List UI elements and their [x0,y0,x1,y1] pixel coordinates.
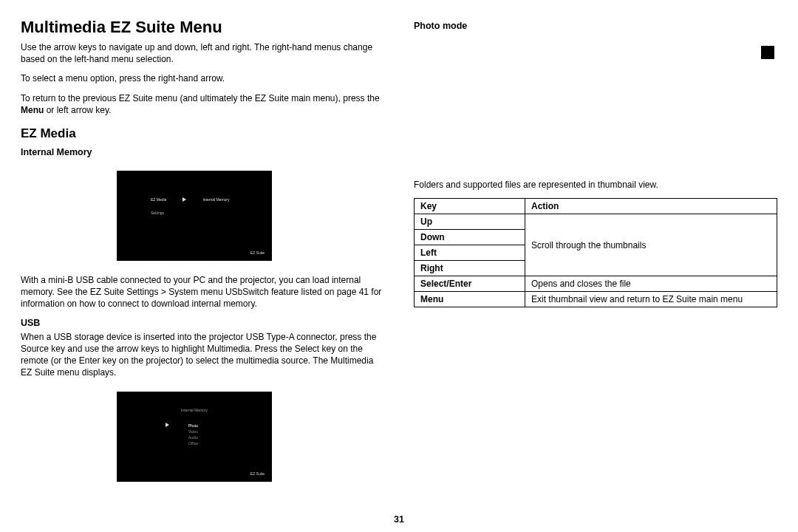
shot-label: Internal Memory [117,408,272,412]
intro-para-1: Use the arrow keys to navigate up and do… [21,41,384,65]
page-title: Multimedia EZ Suite Menu [21,18,384,37]
table-key-right: Right [415,261,525,276]
shot-label: EZ Suite [250,250,265,255]
key-action-table: Key Action Up Scroll through the thumbna… [414,198,777,307]
table-action-menu: Exit thumbnail view and return to EZ Sui… [525,292,777,307]
shot-label: Video [188,429,198,434]
photo-mode-screenshot-placeholder [414,38,761,171]
table-action-scroll: Scroll through the thumbnails [525,214,777,276]
internal-memory-heading: Internal Memory [21,147,384,157]
shot-label: Internal Memory [202,197,229,202]
shot-label: Settings [151,211,164,215]
ez-media-heading: EZ Media [21,126,384,141]
shot-label: EZ Suite [250,471,265,476]
table-key-down: Down [415,230,525,245]
table-header-action: Action [525,199,777,214]
play-icon [183,197,186,202]
intro-para-2: To select a menu option, press the right… [21,72,384,84]
shot-label: Audio [188,434,198,440]
table-key-left: Left [415,245,525,261]
photo-mode-heading: Photo mode [414,21,777,31]
shot-label: EZ Media [151,197,166,202]
page-number: 31 [0,514,798,525]
page-marker [761,46,774,59]
internal-memory-para: With a mini-B USB cable connected to you… [21,274,384,310]
usb-para: When a USB storage device is inserted in… [21,331,384,379]
text: To return to the previous EZ Suite menu … [21,93,380,103]
table-key-menu: Menu [415,292,525,307]
text: or left arrow key. [44,105,111,115]
photo-mode-para: Folders and supported files are represen… [414,179,777,191]
table-key-up: Up [415,214,525,230]
play-icon [166,423,169,427]
table-key-select: Select/Enter [415,276,525,292]
usb-heading: USB [21,318,384,328]
menu-key-label: Menu [21,105,44,115]
table-action-select: Opens and closes the file [525,276,777,292]
shot-label: Office [188,440,198,446]
table-header-key: Key [415,199,525,214]
shot-label: Photo [188,423,198,429]
intro-para-3: To return to the previous EZ Suite menu … [21,92,384,116]
internal-memory-screenshot: EZ Media Internal Memory Settings EZ Sui… [117,171,272,261]
usb-screenshot: Internal Memory Photo Video Audio Office… [117,392,272,482]
